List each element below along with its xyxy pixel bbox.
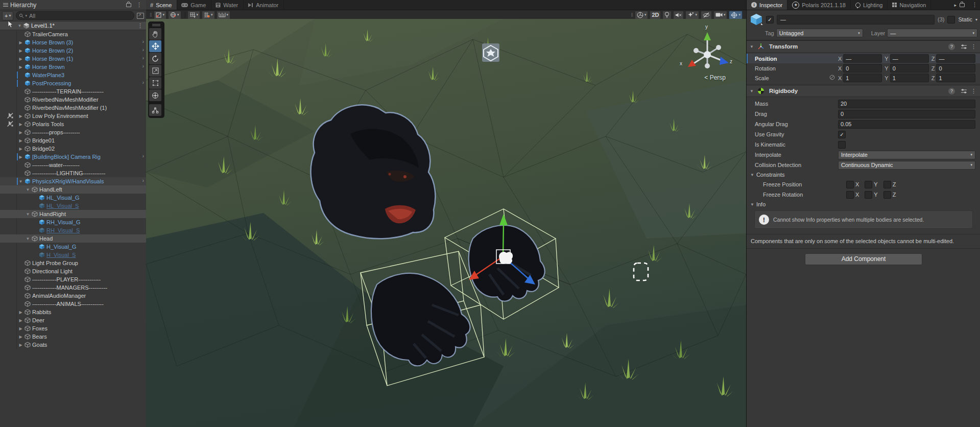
hierarchy-item[interactable]: -------------MANAGERS---------- — [0, 283, 146, 292]
tab-game[interactable]: Game — [177, 0, 211, 10]
static-checkbox[interactable] — [947, 16, 955, 23]
info-foldout[interactable]: ▼Info — [747, 200, 980, 209]
hierarchy-item[interactable]: ▶[BuildingBlock] Camera Rig› — [0, 153, 146, 161]
freeze-rotation-x-checkbox[interactable] — [846, 191, 854, 199]
hierarchy-item[interactable]: Directional Light — [0, 267, 146, 275]
2d-toggle-button[interactable]: 2D — [650, 11, 661, 19]
scale-x-field[interactable]: 1 — [843, 74, 882, 82]
hierarchy-item[interactable]: -------------PLAYER------------ — [0, 275, 146, 283]
grid-visibility-button[interactable]: ▾ — [187, 11, 201, 19]
scene-canvas[interactable]: y x z < Persp — [146, 19, 746, 427]
hierarchy-item[interactable]: ▼HandLeft — [0, 185, 146, 194]
hierarchy-tab[interactable]: Hierarchy — [10, 2, 125, 9]
tab-scene[interactable]: # Scene — [146, 0, 177, 10]
active-checkbox[interactable]: ✓ — [766, 16, 774, 23]
tab-inspector[interactable]: i Inspector — [747, 0, 787, 10]
foldout-icon[interactable]: ▶ — [18, 343, 23, 347]
hierarchy-item[interactable]: ▶---------props--------- — [0, 128, 146, 136]
constraints-foldout[interactable]: ▼Constraints — [747, 170, 980, 179]
preset-icon[interactable] — [961, 44, 967, 50]
freeze-rotation-z-checkbox[interactable] — [883, 191, 891, 199]
hierarchy-item[interactable]: H_Visual_S — [0, 251, 146, 259]
is-kinematic-checkbox[interactable] — [838, 141, 846, 149]
hierarchy-item[interactable]: ▶Goats — [0, 341, 146, 349]
tool-handle-position-button[interactable]: ▾ — [154, 11, 167, 19]
move-tool-button[interactable] — [149, 40, 161, 52]
hierarchy-search-input[interactable]: ▾ All — [16, 11, 134, 20]
foldout-icon[interactable]: ▶ — [18, 114, 23, 118]
prefab-open-chevron[interactable]: › — [142, 178, 144, 183]
foldout-icon[interactable]: ▼ — [750, 89, 755, 93]
tab-water[interactable]: Water — [211, 0, 244, 10]
hierarchy-item[interactable]: ▶Foxes — [0, 324, 146, 333]
hierarchy-item[interactable]: ▶Horse Brown (3)› — [0, 38, 146, 46]
add-component-button[interactable]: Add Component — [805, 253, 922, 265]
hierarchy-item[interactable]: H_Visual_G — [0, 243, 146, 251]
foldout-icon[interactable]: ▶ — [18, 57, 23, 61]
position-y-field[interactable]: — — [890, 54, 929, 63]
hierarchy-item[interactable]: ▶Horse Brown (2)› — [0, 46, 146, 55]
create-object-button[interactable]: +▾ — [2, 11, 13, 20]
snap-settings-button[interactable]: ▾ — [202, 11, 215, 19]
object-name-field[interactable]: — — [777, 15, 935, 25]
transform-tool-button[interactable] — [149, 89, 161, 101]
hierarchy-item[interactable]: RH_Visual_S — [0, 226, 146, 234]
scene-lighting-button[interactable] — [662, 11, 672, 19]
pickability-off-icon[interactable] — [7, 121, 14, 128]
foldout-icon[interactable]: ▶ — [18, 49, 23, 53]
hierarchy-item[interactable]: PostProcessing› — [0, 79, 146, 87]
freeze-position-y-checkbox[interactable] — [865, 181, 872, 188]
hierarchy-item[interactable]: ▶Bridge02 — [0, 145, 146, 153]
freeze-position-x-checkbox[interactable] — [846, 181, 854, 188]
layer-dropdown[interactable]: —▾ — [887, 29, 977, 37]
foldout-icon[interactable]: ▼ — [750, 44, 755, 49]
freeze-rotation-y-checkbox[interactable] — [865, 191, 872, 199]
static-dropdown-icon[interactable]: ▾ — [975, 17, 977, 22]
angular-drag-field[interactable]: 0.05 — [838, 120, 975, 129]
rotation-y-field[interactable]: 0 — [890, 64, 929, 73]
hierarchy-item[interactable]: ▶Horse Brown› — [0, 63, 146, 71]
prefab-open-chevron[interactable]: › — [142, 39, 144, 44]
foldout-icon[interactable]: ▶ — [18, 138, 23, 143]
lock-icon[interactable] — [126, 3, 131, 7]
projection-label[interactable]: < Persp — [704, 74, 726, 81]
help-icon[interactable]: ? — [948, 43, 955, 50]
hierarchy-item[interactable]: ▶Deer — [0, 316, 146, 324]
open-new-window-icon[interactable] — [137, 13, 144, 19]
hierarchy-item[interactable]: WaterPlane3 — [0, 71, 146, 79]
hierarchy-item[interactable]: RH_Visual_G — [0, 218, 146, 226]
hierarchy-item[interactable]: ▶Bears — [0, 333, 146, 341]
foldout-icon[interactable]: ▶ — [18, 147, 23, 151]
rotation-z-field[interactable]: 0 — [936, 64, 975, 73]
component-kebab-menu[interactable]: ⋮ — [970, 88, 977, 94]
help-icon[interactable]: ? — [948, 88, 955, 94]
prefab-open-chevron[interactable]: › — [142, 63, 144, 69]
shading-mode-button[interactable]: ▾ — [635, 11, 649, 19]
foldout-icon[interactable]: ▼ — [25, 212, 31, 217]
hierarchy-kebab-menu[interactable]: ⋮ — [135, 2, 143, 8]
tool-strip-handle[interactable] — [149, 22, 163, 28]
hierarchy-item[interactable]: Light Probe Group — [0, 259, 146, 267]
pickability-off-icon[interactable] — [7, 112, 14, 120]
scale-z-field[interactable]: 1 — [936, 74, 975, 82]
hierarchy-item[interactable]: HL_Visual_G — [0, 194, 146, 202]
freeze-position-z-checkbox[interactable] — [883, 181, 891, 188]
prefab-open-chevron[interactable]: › — [142, 55, 144, 61]
foldout-icon[interactable]: ▶ — [18, 326, 23, 331]
hierarchy-item[interactable]: ▶Rabbits — [0, 308, 146, 316]
use-gravity-checkbox[interactable]: ✓ — [838, 131, 846, 138]
tab-polaris[interactable]: ★ Polaris 2021.1.18 — [787, 0, 851, 10]
inspector-lock-icon[interactable] — [960, 3, 965, 7]
position-x-field[interactable]: — — [843, 54, 882, 63]
rigidbody-component-header[interactable]: ▼ Rigidbody ? ⋮ — [747, 85, 980, 97]
hierarchy-item[interactable]: -------------LIGHTING------------ — [0, 169, 146, 177]
rect-tool-button[interactable] — [149, 77, 161, 89]
foldout-icon[interactable]: ▶ — [18, 335, 23, 339]
hierarchy-item[interactable]: ▶Bridge01 — [0, 136, 146, 145]
foldout-icon[interactable]: ▶ — [18, 40, 23, 45]
foldout-icon[interactable]: ▶ — [18, 122, 23, 127]
more-tabs-icon[interactable]: ▸ — [954, 3, 957, 8]
scene-row[interactable]: ▼Level1.1*⋮ — [0, 21, 146, 30]
foldout-icon[interactable]: ▶ — [18, 65, 23, 69]
foldout-icon[interactable]: ▼ — [25, 187, 31, 192]
